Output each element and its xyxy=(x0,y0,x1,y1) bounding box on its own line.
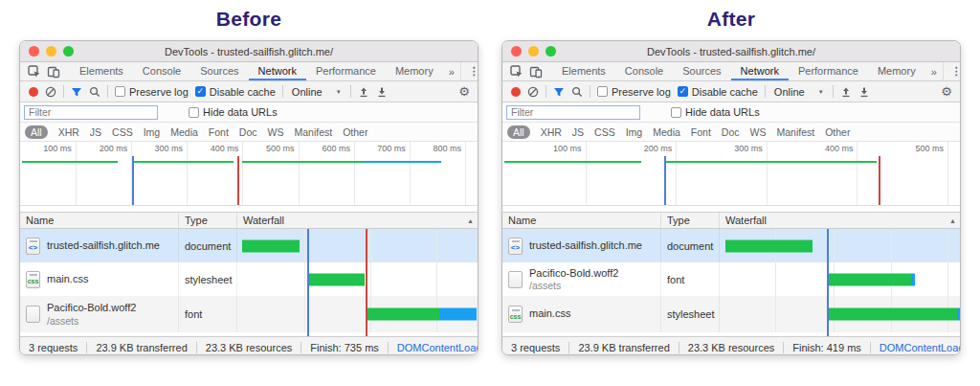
filter-pill-css[interactable]: CSS xyxy=(594,126,615,138)
filter-pill-media[interactable]: Media xyxy=(653,126,680,138)
hide-data-urls-checkbox[interactable]: Hide data URLs xyxy=(671,106,760,118)
waterfall-bar[interactable] xyxy=(911,273,915,285)
tab-performance[interactable]: Performance xyxy=(306,62,386,80)
table-row[interactable]: <>trusted-sailfish.glitch.medocument xyxy=(502,229,960,262)
request-name-cell[interactable]: <>trusted-sailfish.glitch.me xyxy=(502,229,661,262)
tab-network[interactable]: Network xyxy=(249,62,306,80)
device-toolbar-icon[interactable] xyxy=(529,65,543,79)
filter-pill-other[interactable]: Other xyxy=(825,126,850,138)
waterfall-bar[interactable] xyxy=(829,273,911,285)
export-har-icon[interactable] xyxy=(376,86,388,98)
waterfall-bar[interactable] xyxy=(368,308,439,321)
record-button[interactable] xyxy=(29,87,38,97)
tab-elements[interactable]: Elements xyxy=(70,62,133,80)
tab-sources[interactable]: Sources xyxy=(673,62,730,80)
filter-input[interactable] xyxy=(24,105,158,120)
tab-sources[interactable]: Sources xyxy=(190,62,248,80)
more-tabs-icon[interactable]: » xyxy=(443,62,460,80)
checkbox[interactable] xyxy=(189,107,199,118)
record-button[interactable] xyxy=(511,87,521,97)
clear-icon[interactable] xyxy=(45,86,56,98)
column-header-type[interactable]: Type xyxy=(179,213,237,228)
tab-console[interactable]: Console xyxy=(133,62,190,80)
import-har-icon[interactable] xyxy=(358,86,369,98)
column-header-waterfall[interactable]: Waterfall ▲ xyxy=(720,213,960,228)
kebab-menu-icon[interactable]: ⋮ xyxy=(943,62,961,80)
checkbox[interactable] xyxy=(671,107,681,118)
filter-pill-font[interactable]: Font xyxy=(691,126,711,138)
filter-pill-img[interactable]: Img xyxy=(626,126,643,138)
table-row[interactable]: Pacifico-Bold.woff2/assetsfont xyxy=(502,262,960,296)
filter-pill-img[interactable]: Img xyxy=(144,126,161,138)
filter-pill-doc[interactable]: Doc xyxy=(239,126,257,138)
request-name-cell[interactable]: Pacifico-Bold.woff2/assets xyxy=(20,296,179,332)
checkbox[interactable] xyxy=(115,86,125,97)
settings-gear-icon[interactable]: ⚙ xyxy=(458,84,472,99)
export-har-icon[interactable] xyxy=(858,86,870,98)
filter-pill-manifest[interactable]: Manifest xyxy=(776,126,814,138)
column-header-name[interactable]: Name xyxy=(502,213,661,228)
kebab-menu-icon[interactable]: ⋮ xyxy=(460,62,479,80)
search-icon[interactable] xyxy=(89,86,100,98)
table-row[interactable]: Pacifico-Bold.woff2/assetsfont xyxy=(20,296,478,332)
filter-input[interactable] xyxy=(506,105,640,120)
column-header-type[interactable]: Type xyxy=(661,213,720,228)
waterfall-bar[interactable] xyxy=(725,239,813,252)
table-row[interactable]: cssmain.cssstylesheet xyxy=(502,296,960,332)
tab-memory[interactable]: Memory xyxy=(386,62,443,80)
checkbox[interactable] xyxy=(597,86,608,97)
waterfall-bar[interactable] xyxy=(957,308,960,321)
filter-pill-xhr[interactable]: XHR xyxy=(541,126,562,138)
disable-cache-checkbox[interactable]: ✓ Disable cache xyxy=(678,86,758,98)
filter-pill-xhr[interactable]: XHR xyxy=(58,126,79,138)
filter-pill-media[interactable]: Media xyxy=(170,126,198,138)
waterfall-cell[interactable] xyxy=(720,262,960,296)
filter-pill-manifest[interactable]: Manifest xyxy=(294,126,332,138)
waterfall-bar[interactable] xyxy=(829,308,957,321)
waterfall-cell[interactable] xyxy=(237,296,478,332)
filter-funnel-icon[interactable] xyxy=(553,86,565,98)
column-header-waterfall[interactable]: Waterfall ▲ xyxy=(237,213,478,228)
filter-pill-js[interactable]: JS xyxy=(90,126,101,138)
waterfall-cell[interactable] xyxy=(720,296,960,332)
table-row[interactable]: <>trusted-sailfish.glitch.medocument xyxy=(20,229,478,262)
request-name-cell[interactable]: Pacifico-Bold.woff2/assets xyxy=(502,262,661,296)
filter-funnel-icon[interactable] xyxy=(71,86,82,98)
throttling-dropdown[interactable]: Online ▼ xyxy=(772,86,826,98)
filter-pill-ws[interactable]: WS xyxy=(268,126,284,138)
more-tabs-icon[interactable]: » xyxy=(925,62,943,80)
preserve-log-checkbox[interactable]: Preserve log xyxy=(115,86,189,98)
waterfall-bar[interactable] xyxy=(308,273,364,285)
disable-cache-checkbox[interactable]: ✓ Disable cache xyxy=(195,86,276,98)
waterfall-cell[interactable] xyxy=(720,229,960,262)
filter-pill-js[interactable]: JS xyxy=(572,126,584,138)
waterfall-cell[interactable] xyxy=(237,229,478,262)
hide-data-urls-checkbox[interactable]: Hide data URLs xyxy=(189,106,278,118)
inspect-element-icon[interactable] xyxy=(28,65,41,79)
inspect-element-icon[interactable] xyxy=(510,65,523,79)
search-icon[interactable] xyxy=(571,86,583,98)
filter-pill-all[interactable]: All xyxy=(507,125,530,139)
import-har-icon[interactable] xyxy=(840,86,852,98)
settings-gear-icon[interactable]: ⚙ xyxy=(941,84,954,99)
network-overview[interactable]: 100 ms200 ms300 ms400 ms500 ms600 ms700 … xyxy=(20,142,478,206)
clear-icon[interactable] xyxy=(527,86,539,98)
tab-performance[interactable]: Performance xyxy=(789,62,868,80)
waterfall-bar[interactable] xyxy=(242,239,299,252)
waterfall-cell[interactable] xyxy=(237,262,478,296)
table-row[interactable]: cssmain.cssstylesheet xyxy=(20,262,478,296)
waterfall-bar[interactable] xyxy=(439,308,477,321)
filter-pill-ws[interactable]: WS xyxy=(750,126,767,138)
column-header-name[interactable]: Name xyxy=(20,213,179,228)
filter-pill-other[interactable]: Other xyxy=(343,126,368,138)
filter-pill-all[interactable]: All xyxy=(25,125,48,139)
preserve-log-checkbox[interactable]: Preserve log xyxy=(597,86,671,98)
checkbox[interactable]: ✓ xyxy=(195,86,206,97)
tab-elements[interactable]: Elements xyxy=(552,62,615,80)
tab-network[interactable]: Network xyxy=(731,62,789,80)
device-toolbar-icon[interactable] xyxy=(47,65,60,79)
filter-pill-font[interactable]: Font xyxy=(209,126,229,138)
checkbox[interactable]: ✓ xyxy=(678,86,688,97)
request-name-cell[interactable]: cssmain.css xyxy=(20,262,179,296)
tab-memory[interactable]: Memory xyxy=(868,62,925,80)
